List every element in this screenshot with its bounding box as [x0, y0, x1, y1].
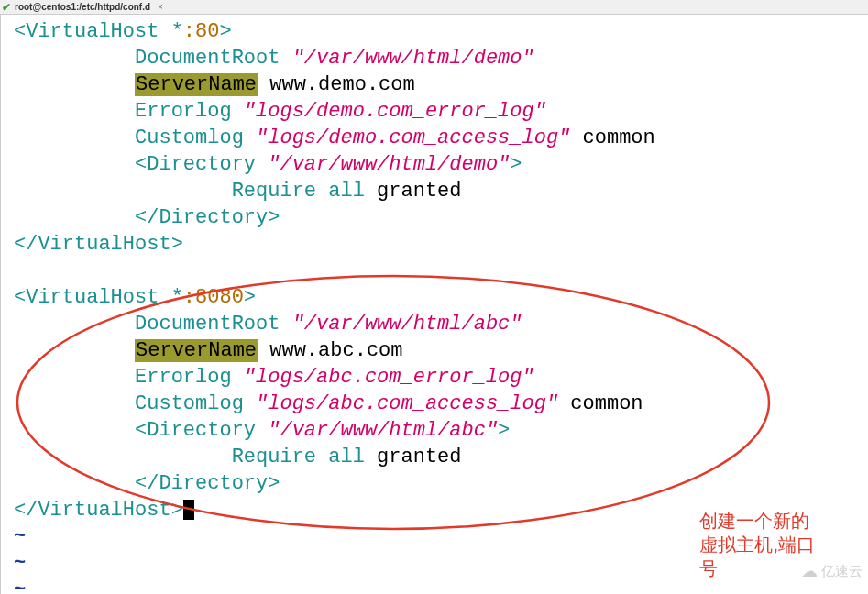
code-line: Errorlog "logs/demo.com_error_log": [14, 98, 868, 125]
customlog-kw: Customlog: [135, 126, 244, 149]
vhost-close-tag: </VirtualHost>: [14, 233, 183, 256]
editor-area[interactable]: <VirtualHost *:80> DocumentRoot "/var/ww…: [0, 15, 868, 594]
star: *: [171, 20, 183, 43]
documentroot-kw: DocumentRoot: [135, 313, 280, 336]
watermark: ☁ 亿速云: [801, 561, 863, 581]
vhost-close-tag: </VirtualHost>: [14, 499, 183, 522]
directory-close: </Directory>: [135, 472, 280, 495]
code-line: </Directory>: [14, 204, 868, 231]
servername-highlight: ServerName: [135, 339, 258, 362]
directory-open: <Directory: [135, 153, 256, 176]
code-line: Require all granted: [14, 178, 868, 204]
tab-label[interactable]: root@centos1:/etc/httpd/conf.d: [15, 2, 150, 12]
require-kw: Require: [232, 446, 316, 468]
customlog-val: "logs/demo.com_access_log": [256, 126, 570, 149]
code-line: Errorlog "logs/abc.com_error_log": [14, 364, 868, 390]
cloud-icon: ☁: [801, 561, 818, 581]
code-line: </Directory>: [14, 470, 868, 497]
errorlog-val: "logs/abc.com_error_log": [244, 366, 534, 389]
servername-val: www.abc.com: [269, 339, 402, 362]
star: *: [171, 286, 183, 309]
servername-highlight: ServerName: [135, 73, 258, 96]
port: :80: [183, 20, 220, 43]
code-line: <VirtualHost *:80>: [14, 18, 868, 45]
code-line: Require all granted: [14, 444, 868, 470]
code-line: DocumentRoot "/var/www/html/abc": [14, 311, 868, 337]
require-kw: Require: [232, 180, 316, 203]
errorlog-kw: Errorlog: [135, 100, 232, 123]
code-line: ServerName www.demo.com: [14, 72, 868, 98]
directory-path: "/var/www/html/abc": [268, 419, 498, 442]
code-line: </VirtualHost>: [14, 231, 868, 258]
close-icon[interactable]: ×: [158, 2, 163, 12]
docroot-path: "/var/www/html/demo": [292, 47, 534, 70]
customlog-val: "logs/abc.com_access_log": [256, 392, 558, 415]
code-line: [14, 258, 868, 284]
directory-close: </Directory>: [135, 206, 280, 229]
code-line: <Directory "/var/www/html/demo">: [14, 151, 868, 178]
check-icon: ✔: [2, 1, 11, 14]
code-line: <Directory "/var/www/html/abc">: [14, 417, 868, 444]
annotation-text: 创建一个新的 虚拟主机,端口 号: [699, 509, 815, 580]
cursor: [183, 500, 194, 520]
documentroot-kw: DocumentRoot: [135, 47, 280, 70]
port: :8080: [183, 286, 244, 309]
code-line: Customlog "logs/abc.com_access_log" comm…: [14, 390, 868, 417]
servername-val: www.demo.com: [269, 73, 414, 96]
code-line: <VirtualHost *:8080>: [14, 284, 868, 311]
customlog-kw: Customlog: [135, 392, 244, 415]
vhost-open-tag: <VirtualHost: [14, 20, 159, 43]
errorlog-kw: Errorlog: [135, 366, 232, 389]
errorlog-val: "logs/demo.com_error_log": [244, 100, 546, 123]
code-line: DocumentRoot "/var/www/html/demo": [14, 45, 868, 72]
directory-open: <Directory: [135, 419, 256, 442]
code-line: Customlog "logs/demo.com_access_log" com…: [14, 125, 868, 151]
directory-path: "/var/www/html/demo": [268, 153, 510, 176]
vhost-open-tag: <VirtualHost: [14, 286, 159, 309]
docroot-path: "/var/www/html/abc": [292, 313, 522, 336]
code-line: ServerName www.abc.com: [14, 337, 868, 364]
tab-bar: ✔ root@centos1:/etc/httpd/conf.d ×: [0, 0, 868, 15]
